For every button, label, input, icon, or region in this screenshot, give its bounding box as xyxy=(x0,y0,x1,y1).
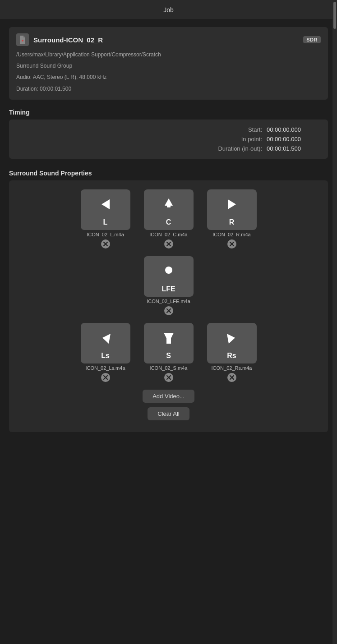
svg-point-14 xyxy=(165,267,172,274)
channel-label-S: S xyxy=(166,352,171,360)
channel-C: C ICON_02_C.m4a xyxy=(144,189,194,249)
job-duration: Duration: 00:00:01.500 xyxy=(16,85,321,93)
channel-box-Ls[interactable]: Ls xyxy=(81,323,130,363)
clear-all-row: Clear All xyxy=(14,407,323,420)
svg-marker-22 xyxy=(164,333,174,344)
channel-box-LFE[interactable]: LFE xyxy=(144,256,194,297)
surround-bottom-row: Ls ICON_02_Ls.m4a xyxy=(14,323,323,382)
channel-label-C: C xyxy=(166,218,171,226)
job-title-row: Surround-ICON_02_R xyxy=(16,33,103,46)
surround-mid-row: LFE ICON_02_LFE.m4a xyxy=(14,256,323,316)
scrollbar-thumb[interactable] xyxy=(333,2,336,29)
timing-inpoint-label: In point: xyxy=(190,136,262,143)
channel-S: S ICON_02_S.m4a xyxy=(144,323,194,382)
channel-box-L[interactable]: L xyxy=(81,189,130,230)
channel-icon-LFE xyxy=(144,262,194,280)
channel-filename-LFE: ICON_02_LFE.m4a xyxy=(147,299,190,304)
job-title: Surround-ICON_02_R xyxy=(33,36,103,44)
svg-marker-5 xyxy=(165,198,173,206)
channel-label-LFE: LFE xyxy=(162,285,175,293)
channel-icon-R xyxy=(207,196,257,213)
channel-remove-Ls[interactable] xyxy=(101,373,111,382)
channel-icon-C xyxy=(144,196,194,213)
channel-box-Rs[interactable]: Rs xyxy=(207,323,257,363)
channel-remove-Rs[interactable] xyxy=(227,373,237,382)
timing-row-start: Start: 00:00:00.000 xyxy=(16,125,321,134)
surround-label: Surround Sound Properties xyxy=(9,170,328,177)
channel-label-Rs: Rs xyxy=(227,352,236,360)
channel-remove-L[interactable] xyxy=(101,239,111,249)
channel-remove-LFE[interactable] xyxy=(164,306,174,316)
channel-box-R[interactable]: R xyxy=(207,189,257,230)
svg-marker-10 xyxy=(228,199,236,209)
channel-Rs: Rs ICON_02_Rs.m4a xyxy=(207,323,257,382)
surround-section: Surround Sound Properties L I xyxy=(9,170,328,432)
timing-row-duration: Duration (in-out): 00:00:01.500 xyxy=(16,144,321,153)
svg-marker-1 xyxy=(102,199,110,209)
svg-marker-26 xyxy=(227,334,235,344)
channel-Ls: Ls ICON_02_Ls.m4a xyxy=(81,323,130,382)
job-audio: Audio: AAC, Stereo (L R), 48.000 kHz xyxy=(16,73,321,82)
channel-icon-Ls xyxy=(81,329,130,346)
add-video-row: Add Video... xyxy=(14,390,323,403)
timing-start-value: 00:00:00.000 xyxy=(267,126,321,133)
job-card-header: Surround-ICON_02_R SDR xyxy=(16,33,321,46)
channel-box-S[interactable]: S xyxy=(144,323,194,363)
channel-remove-S[interactable] xyxy=(164,373,174,382)
timing-label: Timing xyxy=(9,109,328,116)
surround-grid: L ICON_02_L.m4a xyxy=(9,180,328,432)
channel-L: L ICON_02_L.m4a xyxy=(81,189,130,249)
job-group: Surround Sound Group xyxy=(16,62,321,70)
channel-filename-C: ICON_02_C.m4a xyxy=(149,232,187,237)
channel-icon-S xyxy=(144,329,194,346)
window-title: Job xyxy=(163,6,174,14)
channel-label-R: R xyxy=(229,218,235,226)
timing-row-inpoint: In point: 00:00:00.000 xyxy=(16,134,321,144)
add-video-button[interactable]: Add Video... xyxy=(143,390,194,403)
timing-duration-label: Duration (in-out): xyxy=(190,145,262,152)
channel-icon-Rs xyxy=(207,329,257,346)
channel-filename-Ls: ICON_02_Ls.m4a xyxy=(85,365,125,371)
channel-remove-R[interactable] xyxy=(227,239,237,249)
timing-section: Timing Start: 00:00:00.000 In point: 00:… xyxy=(9,109,328,159)
channel-label-Ls: Ls xyxy=(101,352,110,360)
svg-point-0 xyxy=(22,40,23,41)
sdr-badge: SDR xyxy=(303,36,321,43)
title-bar: Job xyxy=(0,0,337,20)
channel-filename-R: ICON_02_R.m4a xyxy=(212,232,250,237)
channel-LFE: LFE ICON_02_LFE.m4a xyxy=(144,256,194,316)
job-path: /Users/max/Library/Application Support/C… xyxy=(16,51,321,59)
job-card: Surround-ICON_02_R SDR /Users/max/Librar… xyxy=(9,27,328,100)
channel-box-C[interactable]: C xyxy=(144,189,194,230)
timing-inpoint-value: 00:00:00.000 xyxy=(267,136,321,143)
channel-R: R ICON_02_R.m4a xyxy=(207,189,257,249)
channel-label-L: L xyxy=(103,218,108,226)
timing-duration-value: 00:00:01.500 xyxy=(267,145,321,152)
clear-all-button[interactable]: Clear All xyxy=(148,407,189,420)
channel-filename-L: ICON_02_L.m4a xyxy=(87,232,124,237)
scrollbar[interactable] xyxy=(332,0,337,644)
svg-rect-6 xyxy=(167,206,171,207)
channel-remove-C[interactable] xyxy=(164,239,174,249)
channel-filename-S: ICON_02_S.m4a xyxy=(150,365,188,371)
svg-marker-18 xyxy=(102,334,111,344)
timing-start-label: Start: xyxy=(190,126,262,133)
surround-top-row: L ICON_02_L.m4a xyxy=(14,189,323,249)
channel-icon-L xyxy=(81,196,130,213)
timing-box: Start: 00:00:00.000 In point: 00:00:00.0… xyxy=(9,120,328,159)
job-file-icon xyxy=(16,33,29,46)
channel-filename-Rs: ICON_02_Rs.m4a xyxy=(212,365,252,371)
